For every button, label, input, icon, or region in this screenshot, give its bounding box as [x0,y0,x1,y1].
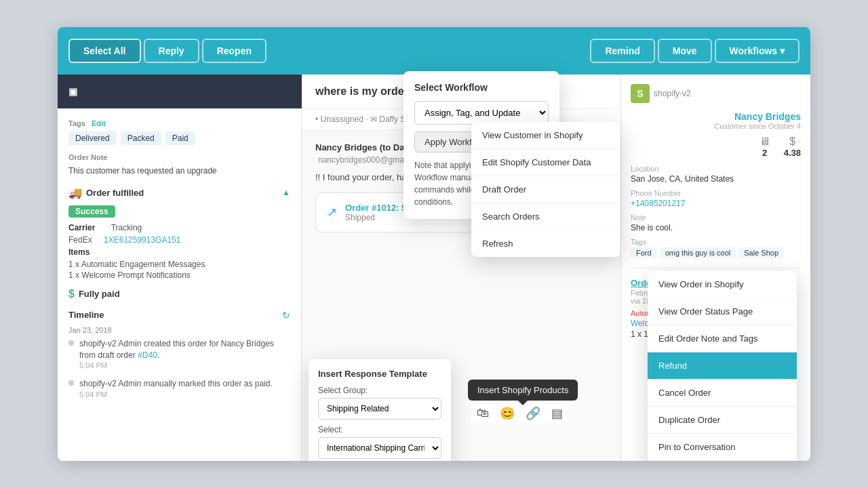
order-action-5[interactable]: Duplicate Order [648,407,797,434]
stat-value: $ 4.38 [784,136,801,158]
timeline-section: Timeline ↻ Jan 23, 2018 shopify-v2 Admin… [68,310,290,400]
paid-badge: $ Fully paid [68,288,290,300]
tag-paid: Paid [165,131,195,145]
move-button[interactable]: Move [658,39,712,63]
timeline-dot-1 [68,340,74,346]
template-select-label: Select: [318,425,441,434]
customer-name-link[interactable]: Nancy Bridges [631,111,801,122]
order-action-4[interactable]: Cancel Order [648,380,797,407]
order-fulfilled-text: Order fulfilled [86,188,144,198]
order-action-2[interactable]: Edit Order Note and Tags [648,325,797,352]
right-tags-row: Ford omg this guy is cool Sale Shop [631,247,801,258]
tags-label: Tags Edit [68,119,290,127]
customer-since: Customer since October 4 [631,122,801,130]
template-item-select[interactable]: International Shipping Carriers [318,437,441,459]
timeline-draft-link[interactable]: #D40 [138,350,157,360]
conversation-header: ▣ [58,75,302,108]
dollar-stat-icon: $ [784,136,801,148]
workflows-dropdown: View Customer in Shopify Edit Shopify Cu… [471,122,620,257]
note-row: Note She is cool. [631,214,801,232]
select-all-button[interactable]: Select All [68,39,141,63]
orders-icon: 🖥 [760,136,770,148]
text-icon[interactable]: ▤ [551,406,563,421]
order-action-3[interactable]: Refund [648,352,797,380]
stat-orders: 🖥 2 [760,136,770,158]
tag-delivered: Delivered [68,131,117,145]
shopify-products-tooltip: Insert Shopify Products [468,380,578,401]
timeline-header: Timeline ↻ [68,310,290,321]
workflows-item-4[interactable]: Refresh [471,230,620,257]
workflows-item-2[interactable]: Draft Order [471,176,620,203]
location-row: Location San Jose, CA, United States [631,165,801,184]
phone-row: Phone Number +14085201217 [631,189,801,208]
order-card-icon: ↗ [327,205,337,220]
reopen-button[interactable]: Reopen [202,39,267,63]
items-list: 1 x Automatic Engagement Messages 1 x We… [68,260,290,280]
template-group-label: Select Group: [318,386,441,395]
success-badge: Success [68,205,115,218]
phone-link[interactable]: +14085201217 [631,199,685,208]
workflows-item-1[interactable]: Edit Shopify Customer Data [471,149,620,176]
tags-row: Delivered Packed Paid [68,131,290,145]
order-fulfilled-header: 🚚 Order fulfilled ▲ [68,186,290,199]
editor-toolbar: 🛍 😊 🔗 ▤ [471,403,568,424]
shopify-logo-icon: S [631,84,650,103]
tag-packed: Packed [121,131,161,145]
order-actions-dropdown: View Order in Shopify View Order Status … [648,271,797,461]
workflow-dropdown[interactable]: Assign, Tag, and Update [414,101,549,125]
shopify-product-icon[interactable]: 🛍 [477,406,489,421]
items-label: Items [68,247,290,257]
order-note-text: This customer has requested an upgrade [68,165,290,177]
timeline-date: Jan 23, 2018 [68,326,290,334]
emoji-icon[interactable]: 😊 [500,406,515,421]
shopify-badge: S shopify-v2 [631,84,801,103]
reply-button[interactable]: Reply [144,39,199,63]
right-tag-1: omg this guy is cool [660,247,736,258]
shopify-store-name: shopify-v2 [654,89,691,98]
right-tags-section: Tags Ford omg this guy is cool Sale Shop [631,238,801,258]
order-action-0[interactable]: View Order in Shopify [648,271,797,298]
collapse-icon[interactable]: ▲ [282,188,290,197]
carrier-value-row: FedEx 1XE61259913GA151 [68,235,290,245]
timeline-dot-2 [68,380,74,386]
remind-button[interactable]: Remind [590,39,654,63]
timeline-refresh-icon[interactable]: ↻ [282,310,290,321]
template-group-select[interactable]: Shipping Related [318,398,441,420]
timeline-time-1: 5:04 PM [79,361,290,371]
carrier-row: Carrier Tracking [68,223,290,232]
tracking-link[interactable]: 1XE61259913GA151 [104,235,180,245]
order-action-6[interactable]: Pin to Conversation [648,434,797,461]
workflows-item-3[interactable]: Search Orders [471,203,620,230]
right-tag-2: Sale Shop [738,247,784,258]
dollar-icon: $ [68,288,75,300]
truck-icon: 🚚 [68,186,82,199]
app-container: Select All Reply Reopen Remind Move Work… [58,27,810,461]
conversation-header-title: ▣ [68,86,77,97]
workflow-popup-title: Select Workflow [414,82,549,93]
left-panel: Tags Edit Delivered Packed Paid Order No… [58,108,302,461]
workflows-item-0[interactable]: View Customer in Shopify [471,122,620,149]
timeline-item-2: shopify-v2 Admin manually marked this or… [68,378,290,400]
toolbar: Select All Reply Reopen Remind Move Work… [58,27,810,75]
workflows-button[interactable]: Workflows ▾ [715,39,800,63]
order-action-1[interactable]: View Order Status Page [648,298,797,325]
timeline-time-2: 5:04 PM [79,390,273,400]
order-note-label: Order Note [68,153,290,161]
right-tag-0: Ford [631,247,657,258]
template-popup: Insert Response Template Select Group: S… [309,359,451,461]
link-icon[interactable]: 🔗 [526,406,540,421]
template-popup-title: Insert Response Template [318,369,441,379]
timeline-item-1: shopify-v2 Admin created this order for … [68,338,290,371]
stats-row: 🖥 2 $ 4.38 [631,136,801,158]
tags-edit-link[interactable]: Edit [92,119,106,127]
